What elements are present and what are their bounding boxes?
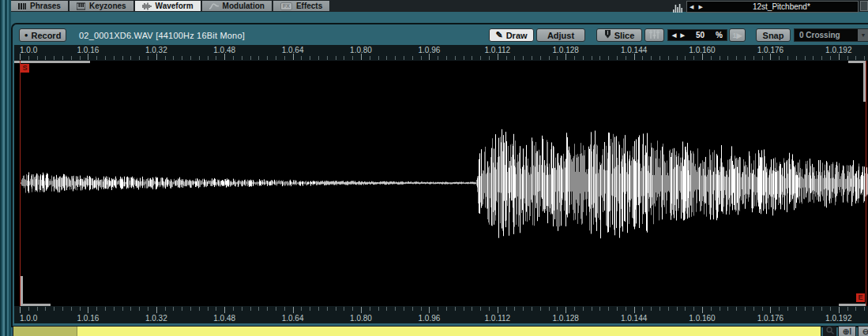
instrument-selector[interactable]: ◀ ▶ 12st_Pitchbend* bbox=[686, 1, 859, 13]
ruler-tick bbox=[199, 56, 200, 60]
next-instrument-arrow[interactable]: ▶ bbox=[696, 4, 705, 10]
snap-button[interactable]: Snap bbox=[756, 28, 791, 42]
ruler-label: 1.0.32 bbox=[145, 46, 167, 54]
ruler-tick bbox=[720, 307, 720, 311]
ruler-tick bbox=[549, 56, 550, 60]
ruler-tick bbox=[702, 307, 703, 313]
ruler-tick bbox=[404, 307, 404, 311]
slice-knife-icon bbox=[604, 30, 611, 40]
ruler-tick bbox=[336, 307, 336, 311]
ruler-tick bbox=[677, 307, 678, 311]
ruler-tick bbox=[805, 56, 806, 60]
fx-icon: FX bbox=[280, 2, 292, 10]
partial-corner-button[interactable] bbox=[860, 1, 868, 11]
ruler-tick bbox=[480, 307, 481, 311]
ruler-tick bbox=[472, 307, 472, 311]
slice-marker-tool-button[interactable] bbox=[644, 28, 664, 42]
record-button[interactable]: ● Record bbox=[19, 28, 66, 42]
timeline-ruler-top[interactable]: 1.0.01.0.161.0.321.0.481.0.641.0.801.0.9… bbox=[14, 45, 868, 61]
adjust-button[interactable]: Adjust bbox=[536, 28, 585, 42]
ruler-tick bbox=[395, 56, 396, 60]
ruler-tick bbox=[148, 307, 148, 311]
ruler-tick bbox=[250, 307, 251, 311]
ruler-tick bbox=[583, 307, 584, 311]
scrollbar-region-segment[interactable] bbox=[13, 327, 77, 336]
zoom-out-vertical-button[interactable]: ⊖ bbox=[858, 326, 868, 336]
zoom-in-vertical-button[interactable]: ⊕Ⅰ bbox=[838, 326, 856, 336]
ruler-label: 1.0.48 bbox=[213, 46, 235, 54]
ruler-tick bbox=[821, 307, 822, 311]
tab-label: Phrases bbox=[30, 2, 61, 10]
chevron-down-icon[interactable]: ▼ bbox=[858, 29, 868, 41]
ruler-tick bbox=[378, 56, 379, 60]
ruler-tick bbox=[378, 307, 379, 311]
tab-modulation[interactable]: Modulation bbox=[202, 1, 272, 11]
ruler-tick bbox=[805, 307, 806, 311]
ruler-tick bbox=[599, 56, 600, 60]
ruler-label: 1.0.96 bbox=[418, 46, 440, 54]
ruler-tick bbox=[114, 56, 115, 60]
zoom-tool-button[interactable] bbox=[823, 326, 836, 336]
ruler-tick bbox=[787, 56, 788, 60]
snap-mode-dropdown[interactable]: 0 Crossing ▼ bbox=[794, 28, 868, 42]
ruler-tick bbox=[464, 307, 464, 311]
ruler-tick bbox=[301, 307, 302, 311]
ruler-tick bbox=[370, 307, 370, 311]
tab-phrases[interactable]: Phrases bbox=[11, 1, 68, 11]
ruler-tick bbox=[344, 307, 344, 311]
zoom-increase-arrow[interactable]: ▶ bbox=[680, 32, 684, 39]
ruler-tick bbox=[208, 307, 209, 311]
sample-start-flag[interactable]: S bbox=[21, 64, 29, 73]
slice-button[interactable]: Slice bbox=[596, 28, 642, 42]
ruler-label: 1.0.128 bbox=[553, 314, 579, 323]
sample-end-flag[interactable]: E bbox=[856, 293, 865, 302]
tab-label: Waveform bbox=[156, 2, 194, 10]
ruler-tick bbox=[122, 56, 123, 60]
draw-button[interactable]: ✎ Draw bbox=[489, 28, 534, 42]
ruler-tick bbox=[736, 56, 737, 60]
ruler-tick bbox=[506, 56, 507, 60]
waveform-display[interactable]: S E bbox=[14, 61, 868, 306]
ruler-tick bbox=[412, 307, 413, 311]
ruler-tick bbox=[62, 56, 63, 60]
ruler-label: 1.0.160 bbox=[689, 314, 715, 323]
ruler-tick bbox=[480, 56, 481, 60]
ruler-tick bbox=[284, 307, 285, 311]
ruler-tick bbox=[258, 56, 259, 60]
ruler-tick bbox=[549, 307, 550, 311]
ruler-tick bbox=[855, 56, 856, 60]
ruler-label: 1.0.16 bbox=[77, 46, 99, 54]
tab-waveform[interactable]: Waveform bbox=[135, 1, 201, 11]
sample-end-line[interactable] bbox=[866, 61, 866, 306]
ruler-tick bbox=[599, 307, 600, 311]
ruler-label: 1.0.48 bbox=[213, 314, 235, 323]
ruler-tick bbox=[617, 56, 618, 60]
ruler-tick bbox=[693, 307, 694, 311]
sample-start-line[interactable] bbox=[20, 61, 21, 306]
ruler-tick bbox=[361, 54, 362, 60]
ruler-tick bbox=[532, 307, 532, 311]
phrases-icon bbox=[18, 2, 26, 10]
ruler-tick bbox=[224, 307, 225, 313]
zoom-decrease-arrow[interactable]: ◀ bbox=[672, 32, 676, 39]
tab-effects[interactable]: FX Effects bbox=[273, 1, 329, 11]
play-slice-button[interactable]: 1▶ bbox=[729, 28, 746, 42]
ruler-tick bbox=[566, 307, 566, 313]
ruler-tick bbox=[293, 54, 294, 60]
ruler-tick bbox=[267, 56, 268, 60]
sample-overview-scrollbar[interactable] bbox=[13, 326, 821, 336]
sample-toolbar: ● Record 02_0001XD6.WAV [44100Hz 16Bit M… bbox=[14, 25, 868, 45]
timeline-ruler-bottom[interactable]: 1.0.01.0.161.0.321.0.481.0.641.0.801.0.9… bbox=[14, 306, 868, 323]
zoom-unit: % bbox=[716, 31, 723, 39]
ruler-tick bbox=[361, 307, 362, 313]
waveform-canvas[interactable] bbox=[14, 61, 868, 306]
tab-keyzones[interactable]: Keyzones bbox=[70, 1, 133, 11]
zoom-value: 50 bbox=[689, 31, 712, 39]
prev-instrument-arrow[interactable]: ◀ bbox=[687, 4, 696, 10]
zoom-spinner[interactable]: ◀ ▶ 50 % bbox=[667, 29, 727, 41]
ruler-tick bbox=[839, 54, 840, 60]
ruler-tick bbox=[523, 56, 524, 60]
ruler-tick bbox=[336, 56, 336, 60]
ruler-tick bbox=[651, 307, 652, 311]
ruler-tick bbox=[813, 307, 814, 311]
